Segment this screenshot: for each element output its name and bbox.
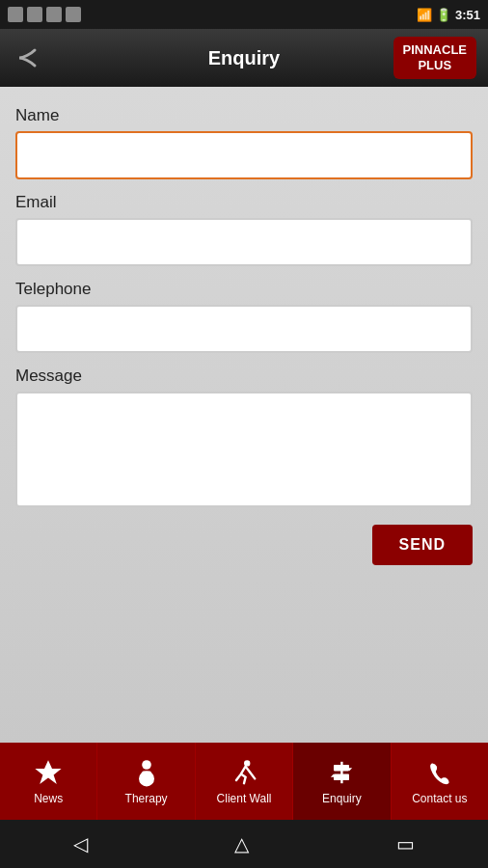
nav-label-client-wall: Client Wall — [217, 792, 272, 805]
nav-item-client-wall[interactable]: Client Wall — [196, 743, 293, 820]
telephone-input[interactable] — [15, 305, 473, 353]
android-icon — [46, 7, 62, 22]
signal-icon: 📶 — [417, 8, 432, 22]
svg-marker-7 — [349, 768, 352, 771]
nav-label-news: News — [34, 792, 63, 805]
signpost-icon — [326, 757, 357, 788]
home-system-button[interactable]: △ — [234, 832, 249, 855]
phone-icon — [424, 757, 455, 788]
status-right: 📶 🔋 3:51 — [417, 8, 480, 22]
nav-item-therapy[interactable]: Therapy — [97, 743, 195, 820]
person-icon — [131, 757, 162, 788]
name-label: Name — [15, 106, 473, 125]
nav-item-enquiry[interactable]: Enquiry — [293, 743, 391, 820]
nav-item-contact-us[interactable]: Contact us — [392, 743, 488, 820]
send-button[interactable]: SEND — [372, 525, 473, 565]
message-input[interactable] — [15, 392, 473, 507]
status-icons — [8, 7, 81, 22]
back-system-button[interactable]: ◁ — [73, 832, 88, 855]
time-display: 3:51 — [455, 8, 480, 22]
telephone-label: Telephone — [15, 280, 473, 299]
recent-system-button[interactable]: ▭ — [396, 832, 415, 855]
warning-icon — [8, 7, 23, 22]
status-bar: 📶 🔋 3:51 — [0, 0, 488, 29]
svg-rect-8 — [334, 774, 349, 780]
svg-point-1 — [142, 760, 151, 770]
svg-rect-3 — [142, 771, 151, 781]
header: Enquiry PINNACLE PLUS — [0, 29, 488, 87]
nav-label-contact-us: Contact us — [412, 792, 467, 805]
nav-label-therapy: Therapy — [125, 792, 168, 805]
nav-item-news[interactable]: News — [0, 743, 97, 820]
name-input[interactable] — [15, 131, 473, 179]
image-icon — [27, 7, 42, 22]
system-nav: ◁ △ ▭ — [0, 820, 488, 868]
email-label: Email — [15, 193, 473, 212]
svg-marker-9 — [331, 774, 334, 777]
bottom-nav: News Therapy Client Wall Enquiry Contac — [0, 743, 488, 820]
runner-icon — [229, 757, 259, 788]
main-content: Name Email Telephone Message SEND — [0, 87, 488, 743]
battery-icon: 🔋 — [436, 8, 451, 22]
back-button[interactable] — [12, 41, 46, 75]
download-icon — [66, 7, 81, 22]
svg-rect-6 — [334, 765, 349, 771]
page-title: Enquiry — [208, 47, 280, 69]
star-icon — [33, 757, 64, 788]
logo: PINNACLE PLUS — [393, 37, 476, 78]
message-label: Message — [15, 366, 473, 386]
svg-marker-0 — [36, 760, 62, 784]
email-input[interactable] — [15, 218, 473, 266]
nav-label-enquiry: Enquiry — [322, 792, 362, 805]
